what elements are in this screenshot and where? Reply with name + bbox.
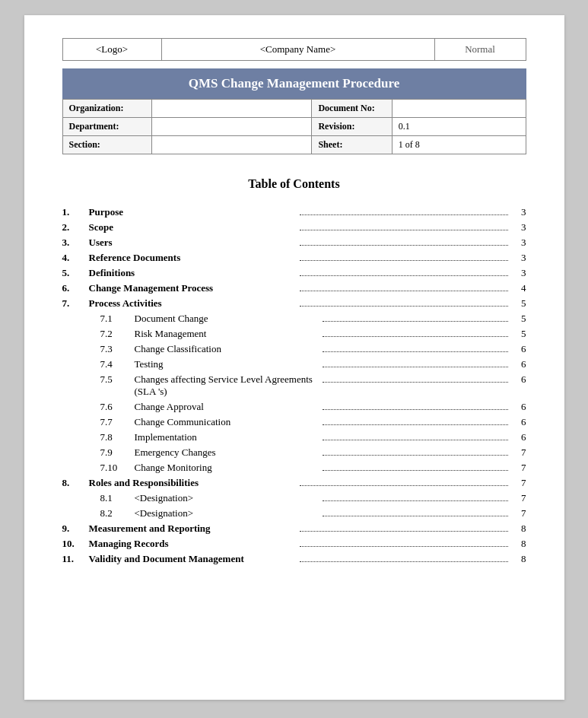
- toc-item: 2.Scope3: [62, 221, 526, 234]
- toc-item: 8.2<Designation>7: [62, 507, 526, 519]
- toc-item-page: 7: [511, 462, 526, 474]
- toc-item-dots: [323, 336, 508, 337]
- toc-section: Table of Contents 1.Purpose32.Scope33.Us…: [62, 177, 526, 565]
- toc-item: 1.Purpose3: [62, 206, 526, 218]
- toc-item: 7.5Changes affecting Service Level Agree…: [62, 373, 526, 398]
- toc-item-dots: [300, 214, 508, 215]
- info-row-2: Department: Revision: 0.1: [62, 118, 526, 136]
- toc-item-number: 6.: [62, 282, 89, 294]
- toc-item-number: 3.: [62, 237, 89, 249]
- toc-item-label: Scope: [89, 221, 297, 234]
- toc-item-page: 7: [511, 446, 526, 459]
- toc-item-page: 6: [511, 343, 526, 355]
- toc-item-page: 8: [511, 523, 526, 535]
- toc-item: 5.Definitions3: [62, 267, 526, 279]
- toc-item: 6.Change Management Process4: [62, 282, 526, 294]
- docno-label: Document No:: [312, 100, 392, 118]
- toc-item-number: 10.: [62, 538, 89, 550]
- toc-item-number: 7.2: [100, 328, 135, 340]
- logo-label: <Logo>: [96, 43, 128, 55]
- toc-item-label: Definitions: [89, 267, 297, 279]
- normal-cell: Normal: [434, 39, 526, 61]
- page: <Logo> <Company Name> Normal QMS Change …: [24, 15, 564, 700]
- toc-item-number: 7.: [62, 297, 89, 310]
- toc-item-label: Change Management Process: [89, 282, 297, 294]
- toc-item-page: 3: [511, 221, 526, 234]
- toc-item-page: 3: [511, 267, 526, 279]
- toc-list: 1.Purpose32.Scope33.Users34.Reference Do…: [62, 206, 526, 565]
- toc-item-dots: [323, 409, 508, 410]
- toc-item-number: 8.2: [100, 507, 135, 519]
- toc-item: 7.8Implementation6: [62, 431, 526, 443]
- toc-item: 7.3Change Classification6: [62, 343, 526, 355]
- toc-item-label: Validity and Document Management: [89, 553, 297, 565]
- toc-item-number: 11.: [62, 553, 89, 565]
- toc-item-number: 7.6: [100, 401, 135, 413]
- section-label: Section:: [62, 136, 151, 154]
- toc-item-number: 4.: [62, 252, 89, 264]
- toc-item-label: Users: [89, 237, 297, 249]
- toc-item-dots: [300, 275, 508, 276]
- toc-item-number: 7.10: [100, 462, 135, 474]
- toc-item-number: 7.4: [100, 358, 135, 370]
- toc-item-page: 4: [511, 282, 526, 294]
- sheet-label: Sheet:: [312, 136, 392, 154]
- toc-item: 7.1Document Change5: [62, 313, 526, 325]
- toc-item-page: 5: [511, 297, 526, 310]
- toc-item-label: Measurement and Reporting: [89, 523, 297, 535]
- toc-item-number: 7.3: [100, 343, 135, 355]
- toc-item-dots: [323, 351, 508, 352]
- toc-item-label: Reference Documents: [89, 252, 297, 264]
- toc-item-label: Roles and Responsibilities: [89, 477, 297, 489]
- toc-item-page: 6: [511, 358, 526, 370]
- toc-item-dots: [323, 516, 508, 516]
- toc-item-dots: [300, 260, 508, 261]
- toc-item-page: 8: [511, 553, 526, 565]
- toc-item-dots: [300, 546, 508, 547]
- toc-item: 7.Process Activities5: [62, 297, 526, 310]
- toc-item-label: Change Classification: [135, 343, 320, 355]
- info-row-3: Section: Sheet: 1 of 8: [62, 136, 526, 154]
- toc-item: 7.4Testing6: [62, 358, 526, 370]
- info-table: Organization: Document No: Department: R…: [62, 99, 526, 154]
- toc-item-page: 5: [511, 328, 526, 340]
- toc-item-number: 7.7: [100, 416, 135, 428]
- header-table: <Logo> <Company Name> Normal: [62, 38, 526, 61]
- org-value: [151, 100, 312, 118]
- section-value: [151, 136, 312, 154]
- company-label: <Company Name>: [260, 43, 336, 55]
- toc-item-dots: [323, 470, 508, 471]
- toc-item-dots: [323, 367, 508, 367]
- sheet-value: 1 of 8: [392, 136, 526, 154]
- toc-item-number: 8.1: [100, 492, 135, 504]
- title-bar: QMS Change Management Procedure: [62, 68, 526, 99]
- toc-item-page: 6: [511, 373, 526, 386]
- toc-item-number: 2.: [62, 221, 89, 234]
- toc-item: 8.1<Designation>7: [62, 492, 526, 504]
- toc-item: 11.Validity and Document Management8: [62, 553, 526, 565]
- toc-item-dots: [300, 291, 508, 291]
- revision-value: 0.1: [392, 118, 526, 136]
- toc-item-label: Managing Records: [89, 538, 297, 550]
- toc-item-page: 5: [511, 313, 526, 325]
- toc-item-page: 8: [511, 538, 526, 550]
- dept-label: Department:: [62, 118, 151, 136]
- toc-item-label: Document Change: [135, 313, 320, 325]
- toc-item-dots: [300, 230, 508, 230]
- toc-item-number: 7.9: [100, 446, 135, 459]
- toc-item-page: 6: [511, 416, 526, 428]
- toc-item: 8.Roles and Responsibilities7: [62, 477, 526, 489]
- normal-label: Normal: [465, 43, 495, 55]
- toc-item-label: Change Approval: [135, 401, 320, 413]
- toc-item-dots: [323, 382, 508, 383]
- toc-title: Table of Contents: [62, 177, 526, 191]
- toc-item-page: 3: [511, 237, 526, 249]
- info-row-1: Organization: Document No:: [62, 100, 526, 118]
- toc-item-dots: [300, 306, 508, 307]
- toc-item-page: 7: [511, 507, 526, 519]
- toc-item-page: 6: [511, 431, 526, 443]
- toc-item-label: Purpose: [89, 206, 297, 218]
- toc-item-dots: [300, 485, 508, 486]
- logo-cell: <Logo>: [62, 39, 161, 61]
- company-cell: <Company Name>: [161, 39, 434, 61]
